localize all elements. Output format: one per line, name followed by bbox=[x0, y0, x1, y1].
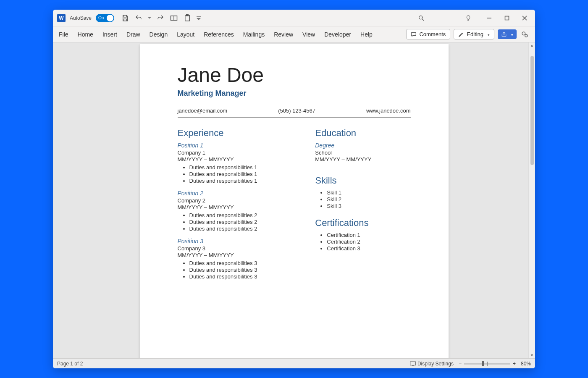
print-layout-icon[interactable] bbox=[170, 14, 178, 22]
tab-help[interactable]: Help bbox=[360, 31, 373, 38]
list-item[interactable]: Duties and responsibilities 2 bbox=[189, 219, 294, 225]
contact-block[interactable]: janedoe@email.com (505) 123-4567 www.jan… bbox=[178, 104, 411, 118]
tab-mailings[interactable]: Mailings bbox=[243, 31, 265, 38]
minimize-button[interactable] bbox=[486, 14, 493, 22]
share-icon bbox=[501, 32, 507, 37]
autosave-toggle[interactable]: On bbox=[96, 14, 114, 22]
position-company[interactable]: Company 3 bbox=[178, 245, 294, 252]
tab-view[interactable]: View bbox=[302, 31, 315, 38]
duties-list[interactable]: Duties and responsibilities 3 Duties and… bbox=[178, 260, 294, 280]
list-item[interactable]: Certification 2 bbox=[327, 239, 410, 245]
position-title[interactable]: Position 3 bbox=[178, 238, 294, 244]
section-skills[interactable]: Skills bbox=[315, 175, 410, 186]
close-button[interactable] bbox=[521, 14, 528, 22]
contact-phone[interactable]: (505) 123-4567 bbox=[278, 108, 315, 114]
comments-label: Comments bbox=[419, 31, 446, 37]
list-item[interactable]: Certification 3 bbox=[327, 245, 410, 252]
education-dates[interactable]: MM/YYYY – MM/YYYY bbox=[315, 156, 410, 163]
position-company[interactable]: Company 2 bbox=[178, 197, 294, 204]
page-content[interactable]: Jane Doe Marketing Manager janedoe@email… bbox=[140, 44, 449, 294]
tab-insert[interactable]: Insert bbox=[102, 31, 117, 38]
display-settings-icon[interactable]: Display Settings bbox=[410, 361, 454, 367]
zoom-in-button[interactable]: + bbox=[513, 361, 516, 367]
position-title[interactable]: Position 2 bbox=[178, 190, 294, 197]
pencil-icon bbox=[458, 32, 464, 37]
education-degree[interactable]: Degree bbox=[315, 142, 410, 149]
search-icon[interactable] bbox=[417, 13, 426, 23]
display-settings-label: Display Settings bbox=[417, 361, 454, 367]
zoom-slider-handle[interactable] bbox=[482, 361, 484, 366]
scroll-down-arrow-icon[interactable]: ▼ bbox=[530, 353, 534, 357]
page-indicator[interactable]: Page 1 of 2 bbox=[57, 361, 83, 367]
list-item[interactable]: Duties and responsibilities 1 bbox=[189, 178, 294, 184]
svg-rect-8 bbox=[505, 16, 509, 20]
list-item[interactable]: Duties and responsibilities 1 bbox=[189, 164, 294, 171]
tab-draw[interactable]: Draw bbox=[126, 31, 140, 38]
redo-icon[interactable] bbox=[156, 14, 165, 22]
page[interactable]: Jane Doe Marketing Manager janedoe@email… bbox=[140, 44, 449, 358]
contact-email[interactable]: janedoe@email.com bbox=[178, 108, 228, 114]
tab-developer[interactable]: Developer bbox=[324, 31, 351, 38]
resume-columns: Experience Position 1 Company 1 MM/YYYY … bbox=[178, 125, 411, 286]
zoom-out-button[interactable]: − bbox=[459, 361, 462, 367]
editing-mode-button[interactable]: Editing bbox=[454, 29, 494, 39]
duties-list[interactable]: Duties and responsibilities 2 Duties and… bbox=[178, 212, 294, 232]
comments-button[interactable]: Comments bbox=[406, 29, 450, 39]
list-item[interactable]: Duties and responsibilities 3 bbox=[189, 260, 294, 266]
list-item[interactable]: Skill 3 bbox=[327, 203, 410, 209]
list-item[interactable]: Duties and responsibilities 2 bbox=[189, 226, 294, 232]
skills-list[interactable]: Skill 1 Skill 2 Skill 3 bbox=[315, 189, 410, 209]
right-column: Education Degree School MM/YYYY – MM/YYY… bbox=[315, 125, 410, 286]
position-title[interactable]: Position 1 bbox=[178, 142, 294, 149]
vertical-scrollbar[interactable]: ▲ ▼ bbox=[528, 42, 535, 358]
section-certifications[interactable]: Certifications bbox=[315, 218, 410, 228]
comment-icon bbox=[411, 32, 417, 37]
chevron-down-icon bbox=[509, 31, 513, 37]
contact-web[interactable]: www.janedoe.com bbox=[366, 108, 411, 114]
scroll-thumb[interactable] bbox=[530, 56, 534, 165]
list-item[interactable]: Skill 1 bbox=[327, 189, 410, 196]
resume-name[interactable]: Jane Doe bbox=[178, 63, 411, 87]
svg-point-11 bbox=[522, 32, 525, 35]
customize-qat-icon[interactable] bbox=[197, 14, 201, 22]
tab-review[interactable]: Review bbox=[274, 31, 293, 38]
clipboard-icon[interactable] bbox=[183, 14, 192, 22]
position-company[interactable]: Company 1 bbox=[178, 150, 294, 156]
resume-job-title[interactable]: Marketing Manager bbox=[178, 89, 411, 98]
tab-design[interactable]: Design bbox=[150, 31, 168, 38]
scroll-track[interactable] bbox=[530, 48, 534, 352]
copilot-icon[interactable] bbox=[520, 30, 529, 39]
list-item[interactable]: Duties and responsibilities 2 bbox=[189, 212, 294, 218]
undo-icon[interactable] bbox=[134, 14, 143, 22]
section-education[interactable]: Education bbox=[315, 128, 410, 139]
list-item[interactable]: Duties and responsibilities 3 bbox=[189, 267, 294, 273]
share-button[interactable] bbox=[498, 29, 517, 39]
svg-line-6 bbox=[422, 19, 424, 21]
lightbulb-icon[interactable] bbox=[464, 13, 473, 23]
scroll-up-arrow-icon[interactable]: ▲ bbox=[530, 43, 534, 47]
titlebar: W AutoSave On bbox=[53, 10, 535, 26]
undo-dropdown-icon[interactable] bbox=[148, 14, 151, 22]
position-dates[interactable]: MM/YYYY – MM/YYYY bbox=[178, 252, 294, 258]
certifications-list[interactable]: Certification 1 Certification 2 Certific… bbox=[315, 232, 410, 252]
position-dates[interactable]: MM/YYYY – MM/YYYY bbox=[178, 204, 294, 210]
duties-list[interactable]: Duties and responsibilities 1 Duties and… bbox=[178, 164, 294, 184]
word-window: W AutoSave On bbox=[53, 10, 535, 368]
section-experience[interactable]: Experience bbox=[178, 128, 294, 139]
tab-layout[interactable]: Layout bbox=[177, 31, 194, 38]
tab-references[interactable]: References bbox=[204, 31, 234, 38]
zoom-controls: − + bbox=[459, 361, 516, 367]
list-item[interactable]: Duties and responsibilities 1 bbox=[189, 171, 294, 177]
position-dates[interactable]: MM/YYYY – MM/YYYY bbox=[178, 156, 294, 163]
education-school[interactable]: School bbox=[315, 150, 410, 156]
maximize-button[interactable] bbox=[503, 14, 511, 22]
list-item[interactable]: Duties and responsibilities 3 bbox=[189, 273, 294, 280]
tab-home[interactable]: Home bbox=[78, 31, 93, 38]
zoom-percent[interactable]: 80% bbox=[521, 361, 531, 367]
list-item[interactable]: Certification 1 bbox=[327, 232, 410, 238]
list-item[interactable]: Skill 2 bbox=[327, 196, 410, 202]
zoom-slider[interactable] bbox=[464, 363, 510, 365]
save-icon[interactable] bbox=[121, 14, 129, 22]
word-app-icon: W bbox=[57, 14, 66, 22]
tab-file[interactable]: File bbox=[59, 31, 68, 38]
